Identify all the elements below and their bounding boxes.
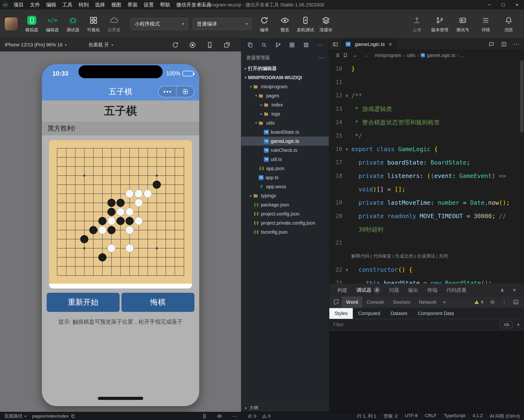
menu-视图[interactable]: 视图 (108, 0, 124, 9)
status-item-6[interactable]: AI 问答 (Ctrl+I) (490, 413, 520, 419)
upload-button[interactable]: 上传 (405, 9, 428, 38)
device-debug-button[interactable]: 真机调试 (295, 9, 316, 38)
game-board[interactable] (49, 140, 192, 284)
device-debug-icon[interactable] (202, 414, 207, 419)
menu-工具[interactable]: 工具 (59, 0, 76, 9)
tree-item-index[interactable]: ▸index (241, 100, 329, 109)
breadcrumb-gameLogic.ts[interactable]: TSgameLogic.ts (421, 52, 455, 58)
tree-item-project.private.config.json[interactable]: {·}project.private.config.json (241, 218, 329, 228)
dock-side-icon[interactable] (513, 299, 519, 305)
status-item-3[interactable]: CRLF (425, 413, 437, 419)
fold-chevron-icon[interactable]: ∨ (342, 267, 351, 272)
warning-count-badge[interactable]: 4 (474, 299, 483, 305)
menu-设置[interactable]: 设置 (141, 0, 157, 9)
menu-选择[interactable]: 选择 (92, 0, 108, 9)
debug-tab-构建[interactable]: 构建 (333, 284, 352, 296)
visualization-button[interactable]: 可视化 (83, 9, 104, 38)
breadcrumb-utils[interactable]: utils (407, 52, 415, 58)
compile-mode-select[interactable]: 普通编译 ▾ (193, 18, 252, 30)
tree-item-gameLogic.ts[interactable]: TSgameLogic.ts (241, 137, 329, 146)
bookmark-icon[interactable] (341, 53, 349, 58)
code-lens-action-关闭[interactable]: 关闭 (439, 254, 448, 259)
tree-item-package.json[interactable]: {·}package.json (241, 200, 329, 209)
breadcrumb-miniprogram[interactable]: miniprogram (375, 52, 401, 58)
device-frame-icon[interactable] (206, 41, 213, 49)
menu-帮助[interactable]: 帮助 (157, 0, 173, 9)
editor-layout-icon[interactable] (329, 38, 341, 50)
maximize-button[interactable]: □ (496, 0, 510, 9)
devtools-tab-Network[interactable]: Network (415, 296, 441, 308)
extensions-icon[interactable] (288, 41, 296, 49)
tree-item-project.config.json[interactable]: {·}project.config.json (241, 209, 329, 218)
devtools-tab-Console[interactable]: Console (362, 296, 388, 308)
code-area[interactable]: 10}1112∨/**13 * 游戏逻辑类14 * 整合棋盘状态管理和规则检查1… (329, 61, 524, 284)
status-item-4[interactable]: TypeScript (444, 413, 465, 419)
more-icon[interactable]: ⋯ (316, 41, 323, 49)
tree-item-ruleCheck.ts[interactable]: TSruleCheck.ts (241, 146, 329, 155)
collapse-panel-icon[interactable]: ∧ (500, 287, 504, 293)
cls-toggle-button[interactable]: .cls (500, 321, 512, 328)
version-manage-button[interactable]: 版本管理 (428, 9, 451, 38)
back-arrow-icon[interactable]: ← (353, 52, 358, 58)
outline-section[interactable]: ▸ 大纲 (241, 403, 329, 412)
debug-tab-问题[interactable]: 问题 (384, 284, 404, 296)
close-panel-icon[interactable]: × (513, 287, 516, 293)
details-button[interactable]: 详情 (474, 9, 497, 38)
search-icon[interactable] (261, 41, 268, 49)
more-tabs-icon[interactable]: » (441, 296, 448, 308)
minimize-button[interactable]: − (482, 0, 496, 9)
status-item-2[interactable]: UTF-8 (405, 413, 418, 419)
styles-tab-Dataset[interactable]: Dataset (385, 308, 412, 319)
save-all-icon[interactable] (303, 41, 310, 49)
code-lens-action-解释代码[interactable]: 解释代码 (351, 254, 369, 259)
debug-tab-代码质量[interactable]: 代码质量 (442, 284, 471, 296)
user-avatar[interactable] (5, 18, 18, 30)
source-control-icon[interactable] (275, 41, 282, 49)
tree-item-MINIPROGRAM-WUZIQI[interactable]: ▾MINIPROGRAM-WUZIQI (241, 73, 329, 82)
filter-input[interactable] (333, 322, 500, 327)
tree-item-tsconfig.json[interactable]: {·}tsconfig.json (241, 228, 329, 236)
tree-item-app.ts[interactable]: TSapp.ts (241, 173, 329, 182)
tree-item-logs[interactable]: ▸logs (241, 109, 329, 118)
close-tab-icon[interactable]: × (389, 41, 392, 48)
compile-button[interactable]: 编译 (254, 9, 275, 38)
simulator-toggle-button[interactable]: 模拟器 (22, 9, 42, 38)
test-account-button[interactable]: 测试号 (451, 9, 474, 38)
stop-icon[interactable] (189, 41, 196, 49)
more-icon[interactable]: ⋯ (232, 413, 237, 419)
tree-item-typings[interactable]: ▸typings (241, 191, 329, 200)
editor-scrollbar[interactable] (520, 61, 524, 132)
kebab-menu-icon[interactable]: ⋮ (502, 299, 507, 305)
code-lens-action-生成文档[interactable]: 生成文档 (395, 254, 413, 259)
debug-tab-输出[interactable]: 输出 (404, 284, 423, 296)
preview-button[interactable]: 预览 (275, 9, 295, 38)
tree-item-boardState.ts[interactable]: TSboardState.ts (241, 128, 329, 137)
undo-move-button[interactable]: 悔棋 (122, 293, 194, 312)
status-item-0[interactable]: 行 1, 列 1 (357, 413, 376, 419)
editor-tab-gamelogic[interactable]: TS gameLogic.ts × (341, 38, 397, 50)
tree-item-util.ts[interactable]: TSutil.ts (241, 155, 329, 164)
float-window-icon[interactable] (223, 41, 231, 49)
fold-chevron-icon[interactable]: ∨ (342, 147, 351, 151)
hot-reload-select[interactable]: 热重载 开 ▾ (88, 42, 113, 48)
forward-arrow-icon[interactable]: → (363, 52, 368, 58)
tree-item-app.wxss[interactable]: #app.wxss (241, 182, 329, 191)
eye-icon[interactable] (217, 413, 222, 419)
copy-icon[interactable] (71, 414, 75, 418)
files-icon[interactable] (247, 41, 254, 49)
debug-tab-调试器[interactable]: 调试器4 (352, 284, 384, 296)
comment-icon[interactable] (489, 41, 494, 47)
menu-界面[interactable]: 界面 (124, 0, 141, 9)
tree-item-打开的编辑器[interactable]: ▸打开的编辑器 (241, 64, 329, 73)
devtools-tab-Wxml[interactable]: Wxml (342, 296, 362, 308)
styles-tab-Styles[interactable]: Styles (329, 308, 353, 319)
debugger-toggle-button[interactable]: 调试器 (63, 9, 83, 38)
mode-select[interactable]: 小程序模式 ▾ (131, 18, 188, 30)
code-lens-action-生成测试[interactable]: 生成测试 (417, 254, 435, 259)
page-path-dropdown[interactable]: 页面路径 ▾ (0, 413, 26, 419)
outline-list-icon[interactable] (333, 52, 341, 58)
breadcrumb-...[interactable]: ... (461, 52, 465, 58)
settings-gear-icon[interactable] (489, 299, 495, 305)
tree-item-utils[interactable]: ▾utils (241, 118, 329, 128)
code-lens-action-代码修复[interactable]: 代码修复 (373, 254, 392, 259)
